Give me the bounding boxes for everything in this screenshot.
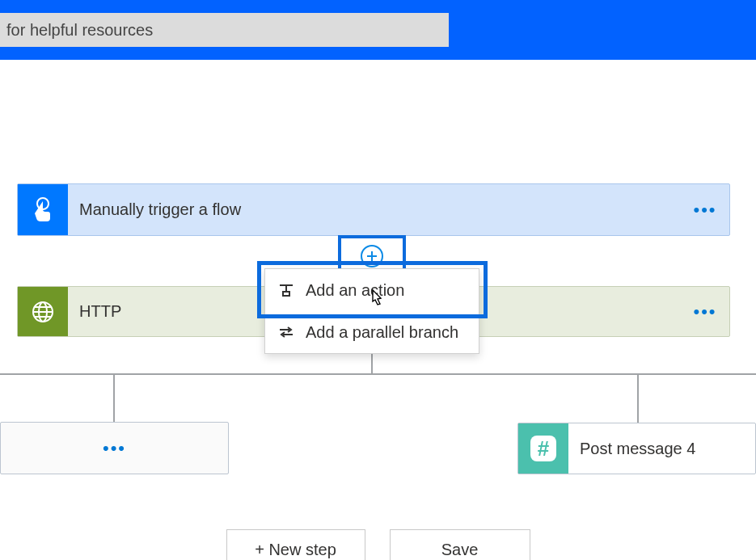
new-step-label: + New step [255, 541, 336, 559]
branch-left-line [113, 373, 115, 422]
parallel-branch-icon [275, 326, 298, 339]
more-icon[interactable]: ••• [681, 200, 729, 221]
add-action-item[interactable]: Add an action [265, 269, 479, 311]
add-parallel-item[interactable]: Add a parallel branch [265, 311, 479, 353]
more-icon[interactable]: ••• [681, 301, 729, 322]
post-message-card[interactable]: # Post message 4 [517, 423, 756, 474]
globe-icon [18, 287, 68, 336]
touch-icon [18, 184, 68, 235]
more-icon[interactable]: ••• [1, 438, 228, 459]
add-action-icon [275, 283, 298, 297]
add-action-label: Add an action [306, 281, 404, 300]
save-label: Save [441, 541, 479, 559]
search-input[interactable] [0, 13, 449, 47]
add-parallel-label: Add a parallel branch [306, 323, 458, 342]
footer-actions: + New step Save [0, 529, 756, 560]
branch-left-card[interactable]: ••• [0, 422, 229, 474]
trigger-card[interactable]: Manually trigger a flow ••• [17, 183, 730, 236]
branch-right-line [637, 373, 639, 423]
svg-rect-10 [283, 292, 289, 296]
hash-icon: # [518, 423, 568, 474]
save-button[interactable]: Save [390, 529, 530, 560]
trigger-label: Manually trigger a flow [68, 200, 681, 219]
add-step-menu: Add an action Add a parallel branch [264, 268, 479, 354]
add-step-button[interactable] [361, 245, 383, 267]
top-bar [0, 0, 756, 60]
new-step-button[interactable]: + New step [226, 529, 365, 560]
svg-text:#: # [538, 436, 550, 461]
post-message-label: Post message 4 [568, 440, 755, 458]
